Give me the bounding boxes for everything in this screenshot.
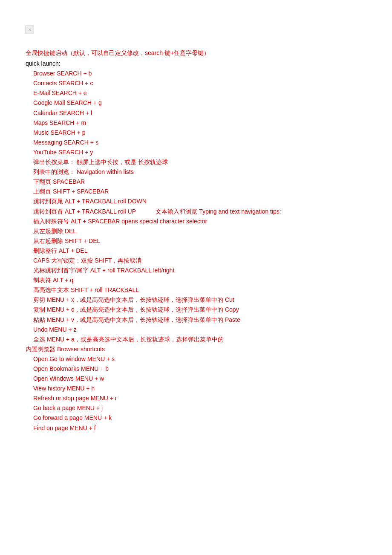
list-item: 删除整行 ALT + DEL	[33, 246, 375, 256]
list-item: 跳转到页首 ALT + TRACKBALL roll UP 文本输入和浏览 Ty…	[33, 207, 375, 217]
list-item: Calendar SEARCH + l	[33, 108, 375, 118]
list-item: 光标跳转到首字/尾字 ALT + roll TRACKBALL left/rig…	[33, 266, 375, 275]
list-item: Music SEARCH + p	[33, 128, 375, 138]
list-item: 剪切 MENU + x，或是高亮选中文本后，长按轨迹球，选择弹出菜单中的 Cut	[33, 295, 375, 305]
list-item: 从左起删除 DEL	[33, 226, 375, 236]
list-item: Refresh or stop page MENU + r	[33, 393, 375, 403]
list-item: E-Mail SEARCH + e	[33, 88, 375, 98]
list-item: 上翻页 SHIFT + SPACEBAR	[33, 187, 375, 197]
quick-launch-label: quick launch:	[26, 59, 375, 69]
list-item: Go forward a page MENU + k	[33, 413, 375, 423]
list-item: 制表符 ALT + q	[33, 275, 375, 285]
typing-list: 插入特殊符号 ALT + SPACEBAR opens special char…	[26, 217, 375, 344]
list-item: Find on page MENU + f	[33, 423, 375, 433]
nav-list: 下翻页 SPACEBAR上翻页 SHIFT + SPACEBAR跳转到页尾 AL…	[26, 177, 375, 216]
list-item: 复制 MENU + c，或是高亮选中文本后，长按轨迹球，选择弹出菜单中的 Cop…	[33, 305, 375, 315]
list-item: 跳转到页尾 ALT + TRACKBALL roll DOWN	[33, 197, 375, 206]
list-item: YouTube SEARCH + y	[33, 147, 375, 157]
list-item: 高亮选中文本 SHIFT + roll TRACKBALL	[33, 285, 375, 295]
browser-list: Open Go to window MENU + sOpen Bookmarks…	[26, 354, 375, 433]
quick-launch-list: Browser SEARCH + bContacts SEARCH + cE-M…	[26, 69, 375, 157]
list-item: Google Mail SEARCH + g	[33, 98, 375, 108]
list-navigation-label: 列表中的浏览： Navigation within lists	[26, 167, 375, 177]
browser-heading: 内置浏览器 Browser shortcuts	[26, 344, 375, 354]
list-item: Open Windows MENU + w	[33, 374, 375, 384]
list-item: 从右起删除 SHIFT + DEL	[33, 236, 375, 246]
page-container: 全局快捷键启动（默认，可以自己定义修改，search 键+任意字母键） quic…	[26, 26, 375, 433]
list-item: Open Go to window MENU + s	[33, 354, 375, 364]
list-item: Go back a page MENU + j	[33, 403, 375, 413]
list-item: CAPS 大写锁定；双按 SHIFT，再按取消	[33, 256, 375, 266]
broken-image-placeholder	[26, 26, 34, 34]
list-item: Maps SEARCH + m	[33, 118, 375, 128]
list-item: 插入特殊符号 ALT + SPACEBAR opens special char…	[33, 217, 375, 226]
global-shortcut-heading: 全局快捷键启动（默认，可以自己定义修改，search 键+任意字母键）	[26, 48, 375, 58]
popup-menu-label: 弹出长按菜单： 触屏上选中长按，或是 长按轨迹球	[26, 157, 375, 167]
list-item: View history MENU + h	[33, 384, 375, 393]
list-item: Undo MENU + z	[33, 325, 375, 335]
list-item: Browser SEARCH + b	[33, 69, 375, 78]
list-item: 下翻页 SPACEBAR	[33, 177, 375, 187]
list-item: Contacts SEARCH + c	[33, 78, 375, 88]
list-item: 全选 MENU + a，或是高亮选中文本后，长按轨迹球，选择弹出菜单中的	[33, 335, 375, 344]
list-item: 粘贴 MENU + v，或是高亮选中文本后，长按轨迹球，选择弹出菜单中的 Pas…	[33, 315, 375, 325]
list-item: Messaging SEARCH + s	[33, 138, 375, 147]
content-block: 全局快捷键启动（默认，可以自己定义修改，search 键+任意字母键） quic…	[26, 48, 375, 433]
list-item: Open Bookmarks MENU + b	[33, 364, 375, 374]
